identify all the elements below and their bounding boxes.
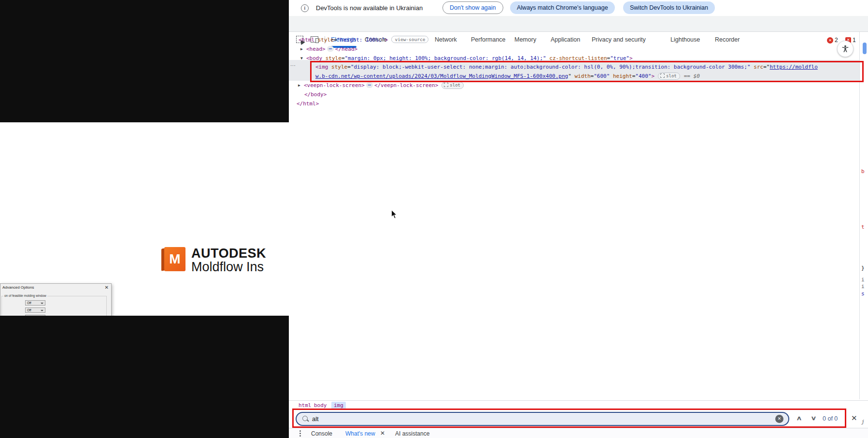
switch-to-ukrainian-button[interactable]: Switch DevTools to Ukrainian <box>623 1 715 14</box>
expand-arrow-icon[interactable]: ▼ <box>300 54 306 63</box>
slot-inspect-icon <box>444 83 448 87</box>
close-drawer-tab-icon[interactable]: ✕ <box>380 430 385 437</box>
dom-tree-line[interactable]: </body> <box>304 90 327 99</box>
accessibility-button[interactable] <box>837 41 854 57</box>
drawer-tab-ai-assistance[interactable]: AI assistance <box>395 430 429 437</box>
search-input[interactable]: alt ✕ <box>296 412 789 426</box>
row-dropdown[interactable]: Off <box>25 315 45 316</box>
dom-tree-line[interactable]: <html style="height: 100%;">view-source <box>299 35 428 44</box>
devtools-tabbar: ✕ 2 ✕ 1 ElementsConsoleSourcesNetworkPer… <box>289 16 868 32</box>
drawer-tabbar: ConsoleWhat's new✕AI assistance <box>289 428 868 438</box>
dom-hover-menu-icon[interactable]: ⋯ <box>290 62 296 69</box>
breadcrumb: htmlbodyimg <box>289 400 868 410</box>
clear-search-icon[interactable]: ✕ <box>775 415 783 423</box>
notification-text: DevTools is now available in Ukrainian <box>316 4 423 12</box>
row-dropdown[interactable]: Off <box>25 300 45 306</box>
autodesk-moldflow-logo-icon: M <box>164 247 185 271</box>
mouse-cursor <box>391 209 398 221</box>
accessibility-icon <box>841 44 850 53</box>
moldflow-image: M AUTODESK Moldflow Ins Advanced Options… <box>0 122 289 316</box>
dom-tree-line[interactable]: <img style="display: block;-webkit-user-… <box>315 62 818 72</box>
screenshot-stage: M AUTODESK Moldflow Ins Advanced Options… <box>0 0 868 438</box>
styles-pane-fragment: i <box>861 277 865 283</box>
dom-tree-line[interactable]: ▶<veepn-lock-screen>⋯</veepn-lock-screen… <box>298 81 464 90</box>
info-icon: i <box>301 4 309 12</box>
devtools-panel: i DevTools is now available in Ukrainian… <box>289 0 868 438</box>
logo-letter: M <box>164 247 185 271</box>
styles-pane-fragment: i <box>861 283 865 290</box>
styles-pane-fragment: } <box>861 265 865 271</box>
breadcrumb-item-body[interactable]: body <box>314 402 327 409</box>
dialog-row: Off <box>2 300 106 306</box>
dialog-title: Advanced Options <box>2 285 34 290</box>
slot-badge[interactable]: slot <box>441 82 464 89</box>
styles-pane-fragment: j <box>861 419 865 425</box>
dialog-close-icon[interactable]: ✕ <box>105 285 109 290</box>
dialog-row: rop limitOff <box>2 315 106 316</box>
view-source-badge[interactable]: view-source <box>391 36 428 43</box>
previous-match-icon[interactable]: ∧ <box>796 415 802 422</box>
dom-tree-line[interactable]: ▼<body style="margin: 0px; height: 100%;… <box>300 54 633 63</box>
styles-pane-divider[interactable] <box>859 32 860 399</box>
expand-arrow-icon[interactable]: ▶ <box>300 44 306 54</box>
slot-inspect-icon <box>660 73 665 78</box>
search-query-text: alt <box>312 415 319 423</box>
always-match-language-button[interactable]: Always match Chrome's language <box>510 1 615 14</box>
expand-arrow-icon[interactable]: ▶ <box>298 81 304 90</box>
dom-tree: ⋯ <html style="height: 100%;">view-sourc… <box>289 32 859 399</box>
notification-bar: i DevTools is now available in Ukrainian… <box>289 0 868 16</box>
advanced-options-dialog: Advanced Options ✕ on of feasible moldin… <box>0 283 112 316</box>
dom-tree-line[interactable]: ▶<head>⋯</head> <box>300 44 357 54</box>
styles-pane-fragment: b <box>861 168 865 175</box>
match-count: 0 of 0 <box>823 415 838 422</box>
drawer-tab-console[interactable]: Console <box>311 430 332 437</box>
dom-search-row: alt ✕ ∧ ∨ 0 of 0 ✕ <box>289 410 868 428</box>
drawer-menu-icon[interactable] <box>299 430 301 432</box>
dom-tree-line[interactable]: </html> <box>297 99 319 108</box>
next-match-icon[interactable]: ∨ <box>811 415 816 422</box>
breadcrumb-item-html[interactable]: html <box>299 402 312 409</box>
drawer-tab-what-s-new[interactable]: What's new <box>345 430 375 437</box>
close-search-icon[interactable]: ✕ <box>851 414 857 423</box>
brand-moldflow: Moldflow Ins <box>191 260 264 275</box>
dom-tree-line[interactable]: w.b-cdn.net/wp-content/uploads/2024/03/M… <box>315 72 700 81</box>
breadcrumb-item-img[interactable]: img <box>331 402 346 409</box>
collapsed-children-icon[interactable]: ⋯ <box>327 46 334 52</box>
styles-pane-fragment: s <box>861 291 865 297</box>
slot-badge[interactable]: slot <box>658 73 680 80</box>
brand-autodesk: AUTODESK <box>191 246 266 261</box>
dialog-group: on of feasible molding windowOffOffrop l… <box>1 296 107 316</box>
dialog-row: Off <box>2 307 106 313</box>
dont-show-again-button[interactable]: Don't show again <box>442 1 503 14</box>
styles-pane-fragment: t <box>861 224 865 230</box>
search-icon <box>302 416 308 421</box>
row-dropdown[interactable]: Off <box>25 307 45 313</box>
scrollbar-thumb[interactable] <box>863 43 867 54</box>
group-label: on of feasible molding window <box>3 294 47 297</box>
collapsed-children-icon[interactable]: ⋯ <box>366 82 373 88</box>
